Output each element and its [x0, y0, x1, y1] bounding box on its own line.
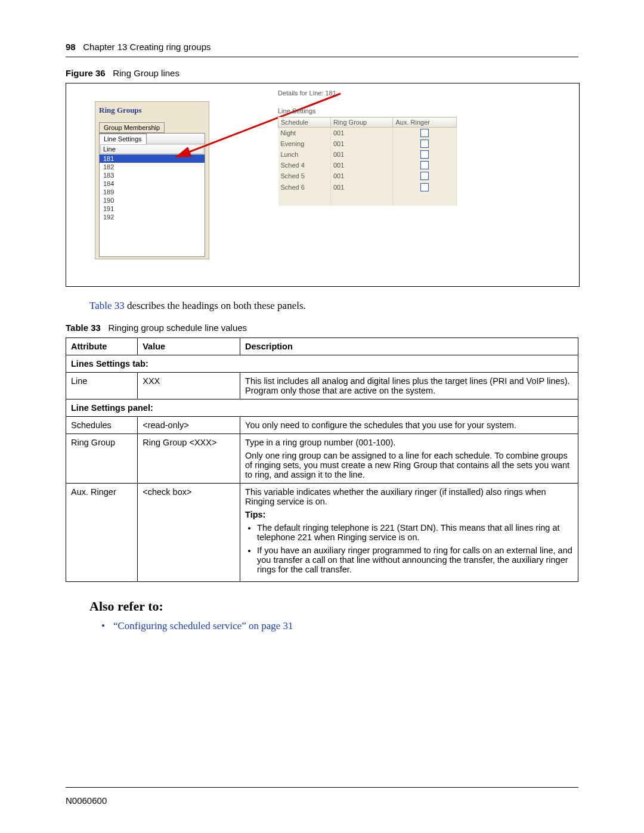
table33-link[interactable]: Table 33 — [89, 300, 125, 311]
chapter-title: Chapter 13 Creating ring groups — [83, 42, 210, 52]
table-row[interactable]: Lunch 001 — [278, 149, 457, 160]
cell-ring-group: 001 — [330, 171, 393, 181]
cell-schedule: Sched 4 — [278, 160, 331, 171]
table33: Attribute Value Description Lines Settin… — [66, 337, 578, 582]
table-row[interactable]: Night 001 — [278, 128, 457, 139]
t33-row: Ring Group Ring Group <XXX> Type in a ri… — [66, 434, 578, 484]
checkbox-icon[interactable] — [420, 140, 429, 148]
table-row[interactable]: Sched 6 001 — [278, 181, 457, 192]
body-sentence: Table 33 describes the headings on both … — [89, 300, 578, 312]
cell-ring-group: 001 — [330, 181, 393, 192]
checkbox-icon[interactable] — [420, 161, 429, 169]
checkbox-icon[interactable] — [420, 129, 429, 137]
footer-rule — [66, 787, 578, 788]
table-row-blank — [278, 193, 457, 206]
line-item[interactable]: 192 — [100, 213, 205, 221]
table-row[interactable]: Sched 4 001 — [278, 160, 457, 171]
t33-attr: Ring Group — [66, 434, 138, 484]
cell-aux[interactable] — [393, 138, 457, 149]
cell-ring-group: 001 — [330, 128, 393, 139]
line-list[interactable]: 181 182 183 184 189 190 191 192 — [100, 154, 205, 256]
t33-desc-line: Only one ring group can be assigned to a… — [245, 451, 573, 479]
tip-item: If you have an auxiliary ringer programm… — [257, 546, 573, 574]
page-header: 98 Chapter 13 Creating ring groups — [66, 42, 578, 57]
cell-aux[interactable] — [393, 160, 457, 171]
t33-h-description: Description — [240, 338, 578, 355]
t33-desc-line: This variable indicates whether the auxi… — [245, 487, 573, 506]
t33-section-panel: Line Settings panel: — [66, 400, 578, 417]
tab-group-membership[interactable]: Group Membership — [99, 122, 165, 133]
cell-schedule: Evening — [278, 138, 331, 149]
details-title: Details for Line: 181 — [278, 89, 457, 97]
figure-title: Ring Group lines — [113, 68, 179, 78]
t33-desc: You only need to configure the schedules… — [240, 417, 578, 434]
t33-val: Ring Group <XXX> — [138, 434, 240, 484]
tips-label: Tips: — [245, 510, 573, 519]
t33-h-attribute: Attribute — [66, 338, 138, 355]
cell-schedule: Sched 6 — [278, 181, 331, 192]
figure-label: Figure 36 — [66, 68, 106, 78]
col-schedule[interactable]: Schedule — [278, 117, 331, 128]
cell-ring-group: 001 — [330, 138, 393, 149]
line-item[interactable]: 182 — [100, 163, 205, 171]
line-item[interactable]: 184 — [100, 179, 205, 188]
t33-row: Line XXX This list includes all analog a… — [66, 373, 578, 400]
line-item[interactable]: 183 — [100, 171, 205, 179]
t33-val: <check box> — [138, 484, 240, 582]
t33-row: Aux. Ringer <check box> This variable in… — [66, 484, 578, 582]
t33-section-lines: Lines Settings tab: — [66, 355, 578, 373]
table33-title: Ringing group schedule line values — [108, 323, 247, 333]
line-item[interactable]: 191 — [100, 205, 205, 213]
col-ring-group[interactable]: Ring Group — [330, 117, 393, 128]
t33-desc-line: Type in a ring group number (001-100). — [245, 438, 573, 447]
ring-groups-panel: Ring Groups Group MembershipLine Setting… — [95, 101, 209, 259]
cell-aux[interactable] — [393, 149, 457, 160]
also-refer-heading: Also refer to: — [89, 599, 578, 614]
checkbox-icon[interactable] — [420, 183, 429, 191]
lines-tab-body: Lines Line 181 182 183 184 189 190 191 1… — [99, 133, 205, 257]
tip-item: The default ringing telephone is 221 (St… — [257, 523, 573, 542]
t33-val: <read-only> — [138, 417, 240, 434]
table-row[interactable]: Sched 5 001 — [278, 171, 457, 181]
doc-id: N0060600 — [66, 795, 107, 806]
cell-aux[interactable] — [393, 128, 457, 139]
t33-row: Schedules <read-only> You only need to c… — [66, 417, 578, 434]
t33-h-value: Value — [138, 338, 240, 355]
line-item[interactable]: 190 — [100, 196, 205, 205]
line-settings-label: Line Settings — [278, 107, 457, 114]
t33-desc: This list includes all analog and digita… — [240, 373, 578, 400]
refer-link[interactable]: “Configuring scheduled service” on page … — [101, 620, 293, 631]
t33-desc: This variable indicates whether the auxi… — [240, 484, 578, 582]
body-rest: describes the headings on both these pan… — [125, 300, 306, 311]
cell-schedule: Night — [278, 128, 331, 139]
t33-desc: Type in a ring group number (001-100). O… — [240, 434, 578, 484]
cell-schedule: Sched 5 — [278, 171, 331, 181]
line-settings-table: Schedule Ring Group Aux. Ringer Night 00… — [278, 117, 457, 206]
page-number: 98 — [66, 42, 76, 52]
cell-aux[interactable] — [393, 171, 457, 181]
table33-label: Table 33 — [66, 323, 101, 333]
details-panel: Details for Line: 181 Line Settings Sche… — [278, 89, 457, 206]
cell-ring-group: 001 — [330, 149, 393, 160]
cell-ring-group: 001 — [330, 160, 393, 171]
figure-caption: Figure 36 Ring Group lines — [66, 68, 578, 78]
line-item[interactable]: 189 — [100, 188, 205, 196]
t33-attr: Schedules — [66, 417, 138, 434]
checkbox-icon[interactable] — [420, 172, 429, 180]
t33-section-label: Lines Settings tab: — [66, 355, 578, 373]
table33-caption: Table 33 Ringing group schedule line val… — [66, 323, 578, 333]
col-aux-ringer[interactable]: Aux. Ringer — [393, 117, 457, 128]
ring-groups-title: Ring Groups — [95, 102, 209, 117]
t33-section-label: Line Settings panel: — [66, 400, 578, 417]
t33-val: XXX — [138, 373, 240, 400]
line-column-header: Line — [100, 144, 204, 154]
cell-aux[interactable] — [393, 181, 457, 192]
line-item[interactable]: 181 — [100, 154, 205, 163]
figure-box: Ring Groups Group MembershipLine Setting… — [66, 83, 580, 287]
checkbox-icon[interactable] — [420, 150, 429, 159]
t33-attr: Line — [66, 373, 138, 400]
t33-attr: Aux. Ringer — [66, 484, 138, 582]
cell-schedule: Lunch — [278, 149, 331, 160]
tab-line-settings[interactable]: Line Settings — [99, 134, 147, 144]
table-row[interactable]: Evening 001 — [278, 138, 457, 149]
